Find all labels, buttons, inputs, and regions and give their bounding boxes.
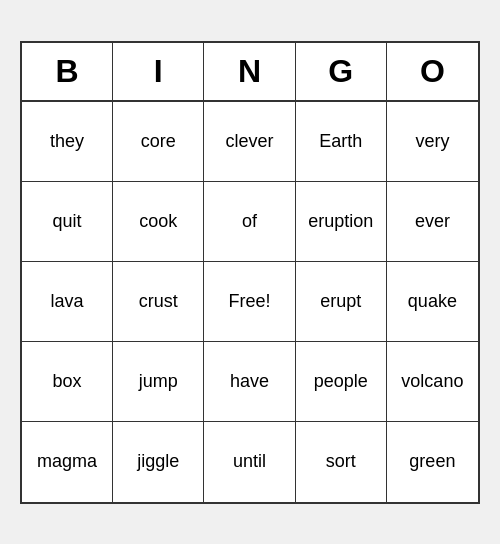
bingo-cell-1-3[interactable]: eruption — [296, 182, 387, 262]
bingo-cell-2-4[interactable]: quake — [387, 262, 478, 342]
bingo-cell-1-0[interactable]: quit — [22, 182, 113, 262]
bingo-cell-3-1[interactable]: jump — [113, 342, 204, 422]
bingo-grid: theycorecleverEarthveryquitcookoferuptio… — [22, 102, 478, 502]
header-letter-b: B — [22, 43, 113, 100]
bingo-cell-0-2[interactable]: clever — [204, 102, 295, 182]
header-letter-i: I — [113, 43, 204, 100]
bingo-cell-4-3[interactable]: sort — [296, 422, 387, 502]
bingo-cell-2-3[interactable]: erupt — [296, 262, 387, 342]
header-letter-o: O — [387, 43, 478, 100]
bingo-cell-2-1[interactable]: crust — [113, 262, 204, 342]
bingo-cell-3-2[interactable]: have — [204, 342, 295, 422]
bingo-cell-0-1[interactable]: core — [113, 102, 204, 182]
bingo-cell-4-4[interactable]: green — [387, 422, 478, 502]
bingo-cell-3-4[interactable]: volcano — [387, 342, 478, 422]
bingo-header: BINGO — [22, 43, 478, 102]
bingo-cell-0-4[interactable]: very — [387, 102, 478, 182]
bingo-cell-3-0[interactable]: box — [22, 342, 113, 422]
bingo-card: BINGO theycorecleverEarthveryquitcookofe… — [20, 41, 480, 504]
bingo-cell-4-2[interactable]: until — [204, 422, 295, 502]
bingo-cell-0-0[interactable]: they — [22, 102, 113, 182]
bingo-cell-1-4[interactable]: ever — [387, 182, 478, 262]
bingo-cell-4-0[interactable]: magma — [22, 422, 113, 502]
bingo-cell-0-3[interactable]: Earth — [296, 102, 387, 182]
header-letter-n: N — [204, 43, 295, 100]
bingo-cell-2-0[interactable]: lava — [22, 262, 113, 342]
bingo-cell-4-1[interactable]: jiggle — [113, 422, 204, 502]
bingo-cell-2-2[interactable]: Free! — [204, 262, 295, 342]
header-letter-g: G — [296, 43, 387, 100]
bingo-cell-1-1[interactable]: cook — [113, 182, 204, 262]
bingo-cell-1-2[interactable]: of — [204, 182, 295, 262]
bingo-cell-3-3[interactable]: people — [296, 342, 387, 422]
